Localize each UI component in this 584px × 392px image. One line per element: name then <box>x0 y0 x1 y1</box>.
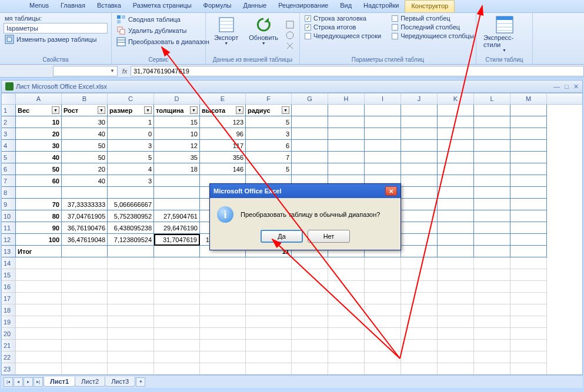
cell[interactable] <box>510 210 547 222</box>
cell[interactable]: 4 <box>108 163 154 175</box>
filter-icon[interactable]: ▼ <box>98 106 105 114</box>
col-header-E[interactable]: E <box>200 93 246 104</box>
row-header[interactable]: 14 <box>2 257 16 269</box>
cell[interactable]: 29,6476190 <box>154 222 200 234</box>
cell[interactable] <box>401 281 438 293</box>
col-header-K[interactable]: K <box>438 93 474 104</box>
cell[interactable] <box>200 316 246 328</box>
export-button[interactable]: Экспорт▼ <box>211 14 242 56</box>
cell[interactable] <box>365 257 401 269</box>
cell[interactable] <box>438 187 474 199</box>
cell[interactable] <box>292 257 328 269</box>
cell[interactable] <box>108 293 154 304</box>
cell[interactable] <box>292 351 328 363</box>
cell[interactable] <box>292 281 328 293</box>
first-col-checkbox[interactable]: Первый столбец <box>391 14 475 22</box>
cell[interactable] <box>401 351 438 363</box>
cell[interactable] <box>328 269 365 281</box>
cell[interactable] <box>108 316 154 328</box>
col-header-L[interactable]: L <box>474 93 510 104</box>
cell[interactable]: 96 <box>200 128 246 140</box>
cell[interactable] <box>328 340 365 351</box>
cell[interactable] <box>328 281 365 293</box>
cell[interactable] <box>328 363 365 375</box>
cell[interactable]: 27,5904761 <box>154 210 200 222</box>
cell[interactable] <box>200 340 246 351</box>
cell[interactable] <box>328 328 365 340</box>
cell[interactable] <box>438 140 474 152</box>
cell[interactable] <box>401 293 438 304</box>
cell[interactable] <box>510 222 547 234</box>
new-sheet-icon[interactable]: ✦ <box>136 377 145 387</box>
cell[interactable]: 30 <box>62 116 108 128</box>
cell[interactable]: 5,752380952 <box>108 210 154 222</box>
cell[interactable] <box>510 363 547 375</box>
ribbon-tab-вид[interactable]: Вид <box>334 0 358 12</box>
row-header[interactable]: 2 <box>2 116 16 128</box>
cell[interactable] <box>246 363 292 375</box>
cell[interactable]: 37,33333333 <box>62 199 108 210</box>
cell[interactable] <box>365 363 401 375</box>
cell[interactable] <box>474 222 510 234</box>
row-header[interactable]: 13 <box>2 246 16 257</box>
cell[interactable] <box>154 293 200 304</box>
cell[interactable]: радиус▼ <box>246 105 292 116</box>
cell[interactable] <box>62 269 108 281</box>
cell[interactable]: 50 <box>62 140 108 152</box>
cell[interactable] <box>154 199 200 210</box>
cell[interactable] <box>510 128 547 140</box>
banded-cols-checkbox[interactable]: Чередующиеся столбцы <box>391 32 475 40</box>
sheet-tab-Лист1[interactable]: Лист1 <box>44 377 75 387</box>
cell[interactable] <box>510 175 547 187</box>
cell[interactable] <box>246 328 292 340</box>
cell[interactable] <box>200 363 246 375</box>
col-header-I[interactable]: I <box>365 93 401 104</box>
row-header[interactable]: 11 <box>2 222 16 234</box>
cell[interactable] <box>328 316 365 328</box>
link-props-icon[interactable] <box>285 20 295 29</box>
row-header[interactable]: 12 <box>2 234 16 246</box>
cell[interactable] <box>474 328 510 340</box>
refresh-button[interactable]: Обновить▼ <box>245 14 282 56</box>
cell[interactable] <box>510 152 547 163</box>
row-header[interactable]: 8 <box>2 187 16 199</box>
cell[interactable] <box>16 293 62 304</box>
cell[interactable] <box>401 140 438 152</box>
cell[interactable]: 15 <box>154 116 200 128</box>
cell[interactable] <box>246 304 292 316</box>
cell[interactable] <box>474 187 510 199</box>
cell[interactable] <box>154 281 200 293</box>
cell[interactable] <box>108 340 154 351</box>
cell[interactable] <box>16 328 62 340</box>
row-header[interactable]: 16 <box>2 281 16 293</box>
row-header[interactable]: 9 <box>2 199 16 210</box>
cell[interactable] <box>438 269 474 281</box>
cell[interactable] <box>154 316 200 328</box>
cell[interactable]: 60 <box>16 175 62 187</box>
cell[interactable] <box>510 257 547 269</box>
name-box[interactable]: ▼ <box>53 66 118 76</box>
filter-icon[interactable]: ▼ <box>236 106 243 114</box>
cell[interactable] <box>401 128 438 140</box>
ribbon-tab-рецензирование[interactable]: Рецензирование <box>272 0 334 12</box>
cell[interactable] <box>510 163 547 175</box>
cell[interactable] <box>510 105 547 116</box>
cell[interactable]: 100 <box>16 234 62 246</box>
select-all-corner[interactable] <box>2 93 16 104</box>
cell[interactable] <box>474 116 510 128</box>
cell[interactable] <box>474 210 510 222</box>
cell[interactable]: 35 <box>154 152 200 163</box>
open-browser-icon[interactable] <box>285 31 295 40</box>
cell[interactable] <box>474 304 510 316</box>
cell[interactable] <box>438 234 474 246</box>
cell[interactable] <box>474 152 510 163</box>
ribbon-tab-главная[interactable]: Главная <box>55 0 91 12</box>
cell[interactable] <box>438 163 474 175</box>
cell[interactable]: 40 <box>62 175 108 187</box>
cell[interactable] <box>365 293 401 304</box>
total-row-checkbox[interactable]: ✓Строка итогов <box>303 23 382 31</box>
filter-icon[interactable]: ▼ <box>282 106 289 114</box>
ribbon-tab-конструктор[interactable]: Конструктор <box>405 0 455 12</box>
cell[interactable]: 40 <box>62 128 108 140</box>
cell[interactable] <box>510 199 547 210</box>
